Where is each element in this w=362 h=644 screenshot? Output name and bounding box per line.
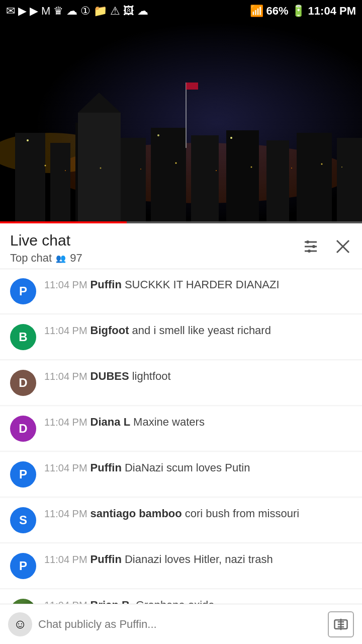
avatar: D: [10, 416, 36, 442]
youtube-icon: ▶: [18, 5, 27, 18]
svg-point-16: [230, 137, 232, 139]
people-icon: 👥: [56, 254, 66, 263]
filter-icon[interactable]: [302, 237, 320, 259]
status-right: 📶 66% 🔋 11:04 PM: [250, 5, 356, 18]
mail-icon: M: [41, 5, 50, 18]
chat-message: S11:04 PMsantiago bamboocori bush from m…: [0, 498, 362, 543]
svg-point-27: [140, 169, 141, 170]
message-body: 11:04 PMBigfootand i smell like yeast ri…: [44, 324, 352, 337]
message-icon: ✉: [6, 5, 15, 18]
chat-message: D11:04 PMDUBESlightfoot: [0, 361, 362, 406]
message-text: lightfoot: [132, 370, 171, 383]
message-author: Puffin: [90, 461, 122, 474]
message-body: 11:04 PMDUBESlightfoot: [44, 370, 352, 383]
message-body: 11:04 PMDiana LMaxine waters: [44, 416, 352, 429]
svg-point-25: [321, 164, 323, 165]
chat-header-left: Live chat Top chat 👥 97: [10, 231, 82, 265]
message-author: Puffin: [90, 553, 122, 566]
message-time: 11:04 PM: [44, 462, 87, 474]
wifi-icon: 📶: [250, 5, 263, 18]
message-time: 11:04 PM: [44, 508, 87, 520]
svg-point-34: [306, 240, 309, 244]
svg-rect-3: [15, 133, 45, 223]
svg-point-29: [291, 168, 292, 169]
message-time: 11:04 PM: [44, 554, 87, 566]
emoji-icon: ☺: [14, 616, 27, 632]
emoji-button[interactable]: ☺: [8, 612, 32, 636]
svg-rect-11: [297, 133, 332, 223]
svg-point-24: [251, 167, 252, 168]
svg-rect-4: [50, 143, 70, 223]
svg-rect-10: [266, 140, 289, 223]
svg-rect-7: [151, 128, 186, 223]
avatar: D: [10, 370, 36, 396]
time-display: 11:04 PM: [308, 5, 356, 18]
live-chat-panel: Live chat Top chat 👥 97: [0, 223, 362, 644]
avatar: P: [10, 278, 36, 304]
message-text: DiaNazi scum loves Putin: [125, 461, 250, 474]
chat-input[interactable]: [38, 612, 322, 636]
youtube2-icon: ▶: [30, 5, 38, 18]
svg-point-36: [308, 250, 311, 253]
message-author: DUBES: [90, 370, 129, 383]
svg-point-13: [27, 139, 29, 141]
live-chat-title: Live chat: [10, 231, 82, 250]
battery-text: 66%: [266, 5, 289, 18]
message-text: Dianazi loves Hitler, nazi trash: [125, 553, 273, 566]
message-body: 11:04 PMsantiago bamboocori bush from mi…: [44, 507, 352, 520]
chat-message: P11:04 PMPuffinDianazi loves Hitler, naz…: [0, 544, 362, 589]
chat-message: P11:04 PMPuffinDiaNazi scum loves Putin: [0, 452, 362, 497]
svg-rect-8: [191, 135, 219, 223]
city-skyline-svg: [0, 22, 362, 223]
cloud2-icon: ☁: [137, 5, 148, 18]
dollar-icon: [333, 617, 348, 632]
chat-messages-list: P11:04 PMPuffinSUCKKK IT HARDER DIANAZIB…: [0, 269, 362, 634]
svg-rect-12: [337, 138, 362, 223]
chat-header-sub: Top chat 👥 97: [10, 252, 82, 265]
svg-point-35: [312, 245, 315, 248]
svg-point-26: [65, 170, 66, 171]
svg-rect-19: [78, 113, 121, 223]
message-author: Diana L: [90, 416, 130, 429]
app-icon: ①: [80, 5, 90, 18]
message-author: Puffin: [90, 278, 122, 291]
video-progress-fill: [0, 221, 127, 223]
video-background: [0, 22, 362, 223]
message-body: 11:04 PMPuffinDiaNazi scum loves Putin: [44, 461, 352, 474]
status-bar: ✉ ▶ ▶ M ♛ ☁ ① 📁 ⚠ 🖼 ☁ 📶 66% 🔋 11:04 PM: [0, 0, 362, 22]
avatar: B: [10, 324, 36, 350]
chat-message: B11:04 PMBigfootand i smell like yeast r…: [0, 315, 362, 360]
svg-point-15: [157, 134, 159, 136]
warning-icon: ⚠: [110, 5, 120, 18]
message-time: 11:04 PM: [44, 325, 87, 337]
message-time: 11:04 PM: [44, 371, 87, 382]
avatar: S: [10, 507, 36, 533]
svg-rect-9: [226, 130, 259, 223]
message-text: cori bush from missouri: [185, 507, 299, 520]
top-chat-label[interactable]: Top chat: [10, 252, 52, 265]
close-icon[interactable]: [334, 237, 352, 259]
crown-icon: ♛: [53, 5, 63, 18]
message-time: 11:04 PM: [44, 279, 87, 291]
svg-rect-18: [186, 83, 198, 90]
message-text: Maxine waters: [133, 416, 205, 429]
avatar: P: [10, 553, 36, 579]
super-chat-button[interactable]: [328, 611, 354, 637]
avatar: P: [10, 461, 36, 488]
message-body: 11:04 PMPuffinSUCKKK IT HARDER DIANAZI: [44, 278, 352, 291]
message-text: and i smell like yeast richard: [132, 324, 271, 337]
svg-point-21: [45, 165, 46, 167]
svg-point-22: [100, 168, 102, 169]
video-area[interactable]: [0, 22, 362, 223]
chat-input-bar: ☺: [0, 604, 362, 644]
video-progress-bar[interactable]: [0, 221, 362, 223]
message-author: Bigfoot: [90, 324, 129, 337]
chat-message: D11:04 PMDiana LMaxine waters: [0, 407, 362, 451]
photo-icon: 🖼: [123, 5, 134, 18]
message-time: 11:04 PM: [44, 417, 87, 428]
svg-point-23: [175, 163, 177, 164]
svg-rect-6: [121, 138, 146, 223]
message-body: 11:04 PMPuffinDianazi loves Hitler, nazi…: [44, 553, 352, 566]
status-icons: ✉ ▶ ▶ M ♛ ☁ ① 📁 ⚠ 🖼 ☁: [6, 5, 148, 18]
chat-message: P11:04 PMPuffinSUCKKK IT HARDER DIANAZI: [0, 269, 362, 314]
